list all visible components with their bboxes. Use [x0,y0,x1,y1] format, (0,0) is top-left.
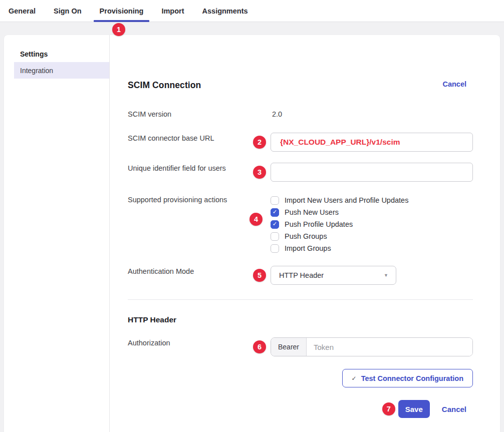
checkbox-row-push-profile-updates[interactable]: Push Profile Updates [271,218,473,230]
auth-mode-selected-value: HTTP Header [279,271,324,279]
checkbox-label: Push New Users [285,208,339,216]
checkbox-label: Push Profile Updates [285,220,353,228]
checkbox[interactable] [271,244,279,253]
step-5-badge: 5 [253,269,266,282]
token-input[interactable] [307,338,472,356]
checkbox[interactable] [271,196,279,205]
checkbox[interactable] [271,208,279,217]
authorization-input-group: Bearer [271,337,473,356]
page-title: SCIM Connection [128,80,201,91]
app-tab-bar: General Sign On Provisioning Import Assi… [0,0,504,22]
checkbox[interactable] [271,232,279,241]
checkbox-label: Import Groups [285,244,331,252]
checkbox-row-import-new-users[interactable]: Import New Users and Profile Updates [271,194,473,206]
chevron-down-icon: ▼ [384,273,388,278]
tab-sign-on[interactable]: Sign On [48,0,88,22]
checkbox-label: Push Groups [285,232,327,240]
step-3-badge: 3 [253,166,266,179]
provisioning-actions-label: Supported provisioning actions [128,194,271,254]
tab-provisioning[interactable]: Provisioning [94,0,150,22]
save-button[interactable]: Save [398,400,430,418]
test-connector-configuration-button[interactable]: ✓ Test Connector Configuration [342,369,473,387]
unique-id-input[interactable] [271,163,473,182]
step-1-badge: 1 [112,23,125,36]
checkbox-row-push-groups[interactable]: Push Groups [271,230,473,242]
step-4-badge: 4 [249,213,263,226]
scim-version-value: 2.0 [271,109,473,118]
scim-connection-form: SCIM Connection Cancel SCIM version 2.0 … [128,35,473,432]
auth-mode-label: Authentication Mode [128,266,271,285]
authorization-label: Authorization [128,337,271,356]
checkbox-row-push-new-users[interactable]: Push New Users [271,206,473,218]
bearer-prefix: Bearer [271,338,307,356]
step-7-badge: 7 [382,402,395,415]
sidebar-header: Settings [20,50,109,58]
step-6-badge: 6 [253,340,266,353]
section-divider [128,299,473,300]
checkbox-label: Import New Users and Profile Updates [285,196,408,204]
http-header-section-title: HTTP Header [128,315,176,324]
base-url-label: SCIM connector base URL [128,133,271,152]
base-url-input[interactable] [271,133,473,152]
tab-assignments[interactable]: Assignments [196,0,254,22]
cancel-link-bottom[interactable]: Cancel [442,405,466,413]
checkbox-row-import-groups[interactable]: Import Groups [271,242,473,254]
settings-sidebar: Settings Integration [4,35,110,432]
tab-general[interactable]: General [3,0,42,22]
provisioning-card: Settings Integration SCIM Connection Can… [4,35,500,432]
tab-import[interactable]: Import [155,0,190,22]
sidebar-item-integration[interactable]: Integration [14,62,109,79]
scim-version-label: SCIM version [128,109,271,119]
auth-mode-select[interactable]: HTTP Header ▼ [271,266,396,285]
checkbox[interactable] [271,220,279,229]
step-2-badge: 2 [253,136,266,149]
unique-id-label: Unique identifier field for users [128,163,271,182]
check-icon: ✓ [352,375,357,382]
test-connector-configuration-label: Test Connector Configuration [361,374,463,382]
cancel-link-top[interactable]: Cancel [442,80,466,88]
